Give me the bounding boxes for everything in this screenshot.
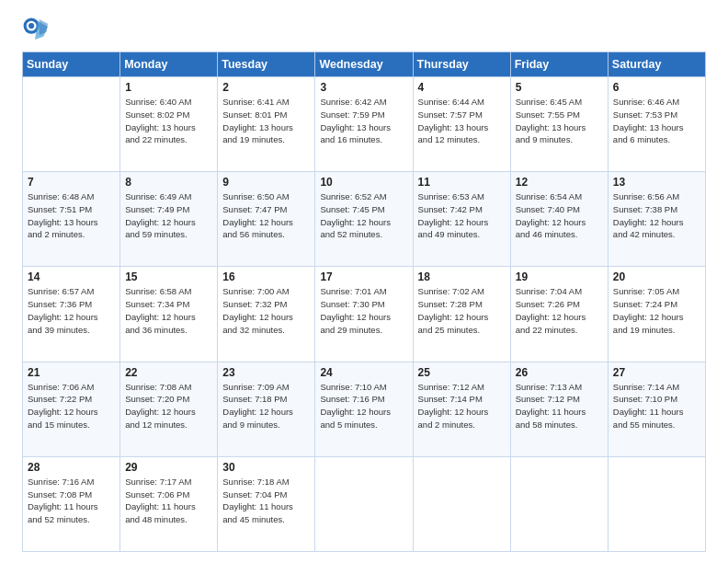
day-info: Sunrise: 6:53 AM Sunset: 7:42 PM Dayligh… bbox=[418, 190, 506, 241]
day-number: 28 bbox=[28, 461, 115, 474]
weekday-header-row: SundayMondayTuesdayWednesdayThursdayFrid… bbox=[23, 52, 706, 77]
day-number: 21 bbox=[28, 366, 115, 379]
day-cell bbox=[315, 456, 413, 551]
day-info: Sunrise: 7:01 AM Sunset: 7:30 PM Dayligh… bbox=[320, 285, 407, 336]
day-cell: 23Sunrise: 7:09 AM Sunset: 7:18 PM Dayli… bbox=[218, 362, 315, 456]
day-cell: 25Sunrise: 7:12 AM Sunset: 7:14 PM Dayli… bbox=[413, 362, 510, 456]
day-number: 13 bbox=[613, 176, 700, 189]
weekday-header-sunday: Sunday bbox=[23, 52, 120, 77]
day-info: Sunrise: 7:14 AM Sunset: 7:10 PM Dayligh… bbox=[613, 381, 700, 431]
weekday-header-tuesday: Tuesday bbox=[218, 52, 315, 77]
day-info: Sunrise: 6:40 AM Sunset: 8:02 PM Dayligh… bbox=[125, 96, 212, 146]
day-cell bbox=[413, 456, 510, 551]
day-cell: 28Sunrise: 7:16 AM Sunset: 7:08 PM Dayli… bbox=[23, 456, 120, 551]
day-cell: 15Sunrise: 6:58 AM Sunset: 7:34 PM Dayli… bbox=[120, 267, 218, 362]
day-number: 30 bbox=[222, 461, 310, 474]
day-cell: 19Sunrise: 7:04 AM Sunset: 7:26 PM Dayli… bbox=[510, 267, 608, 362]
day-info: Sunrise: 7:13 AM Sunset: 7:12 PM Dayligh… bbox=[516, 381, 603, 431]
day-number: 27 bbox=[613, 366, 700, 379]
day-cell: 1Sunrise: 6:40 AM Sunset: 8:02 PM Daylig… bbox=[120, 77, 218, 172]
day-cell: 8Sunrise: 6:49 AM Sunset: 7:49 PM Daylig… bbox=[120, 172, 218, 267]
week-row-4: 21Sunrise: 7:06 AM Sunset: 7:22 PM Dayli… bbox=[23, 362, 706, 456]
day-info: Sunrise: 7:09 AM Sunset: 7:18 PM Dayligh… bbox=[222, 381, 310, 431]
day-cell bbox=[608, 456, 705, 551]
day-info: Sunrise: 7:04 AM Sunset: 7:26 PM Dayligh… bbox=[516, 285, 603, 336]
calendar-table: SundayMondayTuesdayWednesdayThursdayFrid… bbox=[22, 52, 706, 552]
day-info: Sunrise: 7:17 AM Sunset: 7:06 PM Dayligh… bbox=[125, 476, 212, 526]
week-row-3: 14Sunrise: 6:57 AM Sunset: 7:36 PM Dayli… bbox=[23, 267, 706, 362]
day-info: Sunrise: 6:48 AM Sunset: 7:51 PM Dayligh… bbox=[28, 190, 115, 241]
day-number: 22 bbox=[125, 366, 212, 379]
day-number: 2 bbox=[222, 81, 310, 94]
day-cell: 5Sunrise: 6:45 AM Sunset: 7:55 PM Daylig… bbox=[510, 77, 608, 172]
day-info: Sunrise: 6:46 AM Sunset: 7:53 PM Dayligh… bbox=[613, 96, 700, 146]
day-cell: 10Sunrise: 6:52 AM Sunset: 7:45 PM Dayli… bbox=[315, 172, 413, 267]
day-number: 15 bbox=[125, 270, 212, 283]
day-cell: 4Sunrise: 6:44 AM Sunset: 7:57 PM Daylig… bbox=[413, 77, 510, 172]
day-number: 24 bbox=[320, 366, 407, 379]
day-number: 12 bbox=[516, 176, 603, 189]
weekday-header-thursday: Thursday bbox=[413, 52, 510, 77]
day-number: 17 bbox=[320, 270, 407, 283]
day-cell: 24Sunrise: 7:10 AM Sunset: 7:16 PM Dayli… bbox=[315, 362, 413, 456]
day-info: Sunrise: 6:54 AM Sunset: 7:40 PM Dayligh… bbox=[516, 190, 603, 241]
day-number: 20 bbox=[613, 270, 700, 283]
day-info: Sunrise: 6:41 AM Sunset: 8:01 PM Dayligh… bbox=[222, 96, 310, 146]
day-cell: 12Sunrise: 6:54 AM Sunset: 7:40 PM Dayli… bbox=[510, 172, 608, 267]
day-info: Sunrise: 6:57 AM Sunset: 7:36 PM Dayligh… bbox=[28, 285, 115, 336]
svg-point-2 bbox=[28, 23, 34, 29]
day-info: Sunrise: 7:16 AM Sunset: 7:08 PM Dayligh… bbox=[28, 476, 115, 526]
day-cell: 6Sunrise: 6:46 AM Sunset: 7:53 PM Daylig… bbox=[608, 77, 705, 172]
week-row-2: 7Sunrise: 6:48 AM Sunset: 7:51 PM Daylig… bbox=[23, 172, 706, 267]
day-cell: 14Sunrise: 6:57 AM Sunset: 7:36 PM Dayli… bbox=[23, 267, 120, 362]
day-info: Sunrise: 7:02 AM Sunset: 7:28 PM Dayligh… bbox=[418, 285, 506, 336]
day-cell: 2Sunrise: 6:41 AM Sunset: 8:01 PM Daylig… bbox=[218, 77, 315, 172]
day-info: Sunrise: 6:45 AM Sunset: 7:55 PM Dayligh… bbox=[516, 96, 603, 146]
day-number: 5 bbox=[516, 81, 603, 94]
day-cell: 20Sunrise: 7:05 AM Sunset: 7:24 PM Dayli… bbox=[608, 267, 705, 362]
day-number: 9 bbox=[222, 176, 310, 189]
day-cell: 30Sunrise: 7:18 AM Sunset: 7:04 PM Dayli… bbox=[218, 456, 315, 551]
day-number: 11 bbox=[418, 176, 506, 189]
day-cell: 9Sunrise: 6:50 AM Sunset: 7:47 PM Daylig… bbox=[218, 172, 315, 267]
weekday-header-monday: Monday bbox=[120, 52, 218, 77]
day-info: Sunrise: 7:06 AM Sunset: 7:22 PM Dayligh… bbox=[28, 381, 115, 431]
day-number: 19 bbox=[516, 270, 603, 283]
day-cell: 18Sunrise: 7:02 AM Sunset: 7:28 PM Dayli… bbox=[413, 267, 510, 362]
day-number: 16 bbox=[222, 270, 310, 283]
day-number: 10 bbox=[320, 176, 407, 189]
day-number: 1 bbox=[125, 81, 212, 94]
day-info: Sunrise: 7:00 AM Sunset: 7:32 PM Dayligh… bbox=[222, 285, 310, 336]
day-info: Sunrise: 7:18 AM Sunset: 7:04 PM Dayligh… bbox=[222, 476, 310, 526]
day-cell bbox=[23, 77, 120, 172]
logo-icon bbox=[22, 17, 48, 42]
calendar-body: 1Sunrise: 6:40 AM Sunset: 8:02 PM Daylig… bbox=[23, 77, 706, 552]
day-cell: 13Sunrise: 6:56 AM Sunset: 7:38 PM Dayli… bbox=[608, 172, 705, 267]
day-number: 23 bbox=[222, 366, 310, 379]
day-info: Sunrise: 7:05 AM Sunset: 7:24 PM Dayligh… bbox=[613, 285, 700, 336]
day-info: Sunrise: 6:52 AM Sunset: 7:45 PM Dayligh… bbox=[320, 190, 407, 241]
day-cell: 22Sunrise: 7:08 AM Sunset: 7:20 PM Dayli… bbox=[120, 362, 218, 456]
day-number: 7 bbox=[28, 176, 115, 189]
day-number: 18 bbox=[418, 270, 506, 283]
day-cell: 3Sunrise: 6:42 AM Sunset: 7:59 PM Daylig… bbox=[315, 77, 413, 172]
weekday-header-saturday: Saturday bbox=[608, 52, 705, 77]
day-cell: 11Sunrise: 6:53 AM Sunset: 7:42 PM Dayli… bbox=[413, 172, 510, 267]
day-info: Sunrise: 7:12 AM Sunset: 7:14 PM Dayligh… bbox=[418, 381, 506, 431]
day-cell: 7Sunrise: 6:48 AM Sunset: 7:51 PM Daylig… bbox=[23, 172, 120, 267]
day-info: Sunrise: 6:50 AM Sunset: 7:47 PM Dayligh… bbox=[222, 190, 310, 241]
logo bbox=[22, 17, 51, 42]
day-number: 4 bbox=[418, 81, 506, 94]
day-info: Sunrise: 6:58 AM Sunset: 7:34 PM Dayligh… bbox=[125, 285, 212, 336]
day-cell: 29Sunrise: 7:17 AM Sunset: 7:06 PM Dayli… bbox=[120, 456, 218, 551]
day-number: 6 bbox=[613, 81, 700, 94]
day-info: Sunrise: 7:08 AM Sunset: 7:20 PM Dayligh… bbox=[125, 381, 212, 431]
weekday-header-wednesday: Wednesday bbox=[315, 52, 413, 77]
day-cell: 26Sunrise: 7:13 AM Sunset: 7:12 PM Dayli… bbox=[510, 362, 608, 456]
day-cell: 16Sunrise: 7:00 AM Sunset: 7:32 PM Dayli… bbox=[218, 267, 315, 362]
day-cell bbox=[510, 456, 608, 551]
day-number: 29 bbox=[125, 461, 212, 474]
day-cell: 21Sunrise: 7:06 AM Sunset: 7:22 PM Dayli… bbox=[23, 362, 120, 456]
weekday-header-friday: Friday bbox=[510, 52, 608, 77]
day-info: Sunrise: 6:44 AM Sunset: 7:57 PM Dayligh… bbox=[418, 96, 506, 146]
